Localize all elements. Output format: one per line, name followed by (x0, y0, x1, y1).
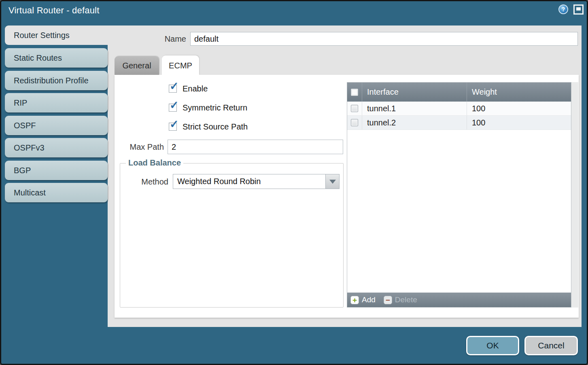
method-dropdown-value[interactable]: Weighted Round Robin (173, 174, 326, 189)
ecmp-interface-table: Interface Weight tunnel.1 100 tunnel.2 1… (347, 82, 571, 308)
load-balance-legend: Load Balance (126, 158, 183, 168)
cancel-button[interactable]: Cancel (524, 336, 578, 355)
sidebar-item-ospfv3[interactable]: OSPFv3 (5, 138, 108, 157)
sidebar-item-static-routes[interactable]: Static Routes (5, 48, 108, 68)
tab-ecmp[interactable]: ECMP (162, 55, 199, 75)
strict-source-path-checkbox-row[interactable]: ✓ Strict Source Path (169, 121, 248, 132)
sidebar-item-redistribution-profile[interactable]: Redistribution Profile (5, 71, 108, 90)
checkmark-icon: ✓ (170, 119, 179, 130)
delete-button-label: Delete (395, 295, 417, 304)
symmetric-return-checkbox-row[interactable]: ✓ Symmetric Return (169, 102, 247, 113)
ok-button[interactable]: OK (466, 336, 519, 355)
strict-source-path-label: Strict Source Path (183, 122, 248, 132)
checkmark-icon: ✓ (170, 100, 179, 111)
header-checkbox-cell (347, 83, 362, 102)
method-label: Method (121, 177, 168, 187)
table-scroll-gutter[interactable] (571, 82, 578, 308)
table-header: Interface Weight (347, 83, 571, 102)
tab-general[interactable]: General (115, 56, 159, 75)
max-path-label: Max Path (115, 142, 164, 152)
method-dropdown-button[interactable] (326, 174, 340, 189)
enable-label: Enable (183, 84, 208, 93)
table-row-tunnel2[interactable]: tunnel.2 100 (347, 116, 571, 130)
enable-checkbox-row[interactable]: ✓ Enable (169, 83, 208, 94)
plus-icon: + (350, 296, 359, 304)
strict-source-path-checkbox[interactable]: ✓ (169, 123, 177, 131)
max-path-input[interactable] (168, 140, 343, 154)
sidebar-item-router-settings[interactable]: Router Settings (5, 25, 108, 45)
add-button-label: Add (362, 295, 376, 304)
sidebar-item-bgp[interactable]: BGP (5, 161, 108, 180)
weight-cell[interactable]: 100 (467, 102, 571, 115)
help-icon[interactable]: ? (558, 4, 568, 14)
method-dropdown[interactable]: Weighted Round Robin (173, 174, 340, 189)
chevron-down-icon (329, 180, 336, 184)
minus-icon: − (384, 296, 392, 304)
delete-button[interactable]: − Delete (384, 295, 417, 304)
row-checkbox[interactable] (351, 119, 358, 126)
symmetric-return-label: Symmetric Return (183, 103, 247, 112)
enable-checkbox[interactable]: ✓ (169, 85, 177, 93)
weight-column-header[interactable]: Weight (467, 83, 571, 102)
interface-cell[interactable]: tunnel.1 (362, 102, 467, 115)
row-checkbox-cell (347, 116, 362, 129)
checkmark-icon: ✓ (170, 81, 179, 92)
weight-cell[interactable]: 100 (467, 116, 571, 129)
dialog-title: Virtual Router - default (8, 5, 100, 16)
row-checkbox[interactable] (351, 105, 358, 112)
sidebar-item-rip[interactable]: RIP (5, 93, 108, 112)
add-button[interactable]: + Add (350, 295, 376, 304)
name-input[interactable] (190, 32, 578, 46)
symmetric-return-checkbox[interactable]: ✓ (169, 104, 177, 112)
table-row-tunnel1[interactable]: tunnel.1 100 (347, 102, 571, 116)
interface-cell[interactable]: tunnel.2 (362, 116, 467, 129)
select-all-checkbox[interactable] (351, 89, 358, 96)
table-toolbar: + Add − Delete (347, 293, 571, 307)
sidebar-item-multicast[interactable]: Multicast (5, 183, 108, 202)
virtual-router-dialog: Virtual Router - default ? Router Settin… (0, 0, 588, 365)
sidebar-item-ospf[interactable]: OSPF (5, 116, 108, 135)
name-label: Name (142, 34, 186, 44)
row-checkbox-cell (347, 102, 362, 115)
restore-window-icon[interactable] (573, 4, 584, 15)
question-mark-glyph: ? (562, 6, 565, 13)
interface-column-header[interactable]: Interface (362, 83, 467, 102)
restore-window-glyph (576, 7, 581, 11)
